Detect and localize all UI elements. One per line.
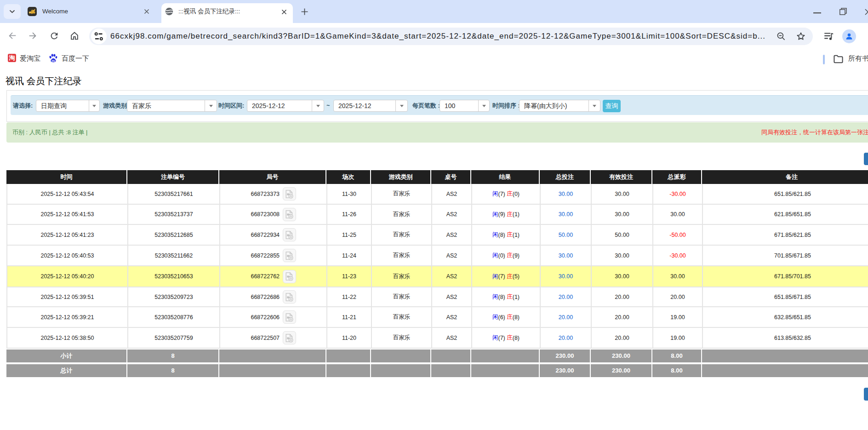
svg-text:du: du <box>51 59 55 62</box>
